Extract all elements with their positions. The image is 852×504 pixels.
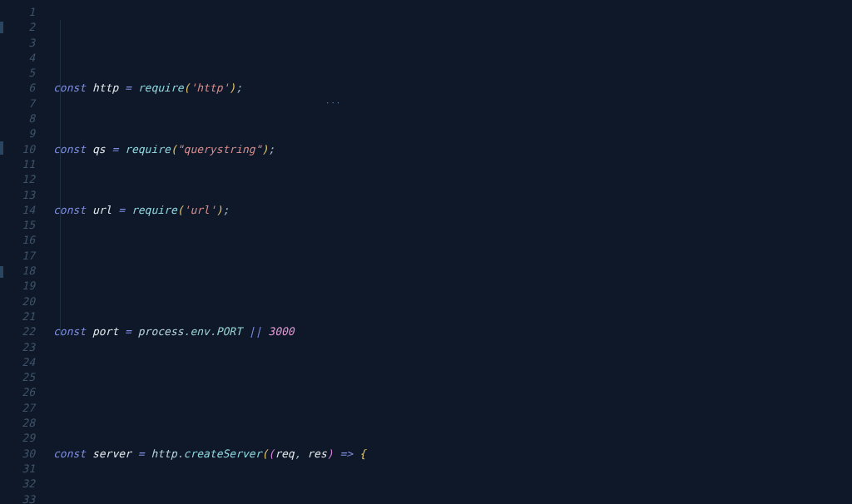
line-number: 16 xyxy=(0,233,35,248)
line-number: 4 xyxy=(0,51,35,66)
line-number: 30 xyxy=(0,447,35,462)
line-number: 10 xyxy=(0,142,35,157)
line-number: 20 xyxy=(0,294,35,309)
line-number: 17 xyxy=(0,249,35,264)
keyword-const: const xyxy=(53,82,86,94)
code-editor[interactable]: 1234567891011121314151617181920212223242… xyxy=(0,0,852,504)
minimap-strip xyxy=(0,0,5,504)
line-number: 22 xyxy=(0,324,35,339)
line-number: 19 xyxy=(0,279,35,294)
line-number: 14 xyxy=(0,203,35,218)
line-number: 5 xyxy=(0,66,35,81)
lint-hint-icon: ··· xyxy=(325,99,341,107)
line-number: 1 xyxy=(0,5,35,20)
line-number: 31 xyxy=(0,462,35,477)
line-number: 29 xyxy=(0,431,35,446)
line-number: 8 xyxy=(0,111,35,126)
line-number: 26 xyxy=(0,385,35,400)
line-number: 7 xyxy=(0,96,35,111)
line-number: 32 xyxy=(0,477,35,492)
line-number: 3 xyxy=(0,36,35,51)
line-number: 33 xyxy=(0,492,35,505)
line-number: 23 xyxy=(0,340,35,355)
line-number: 28 xyxy=(0,416,35,431)
line-number-gutter: 1234567891011121314151617181920212223242… xyxy=(0,0,53,504)
line-number: 2 xyxy=(0,20,35,35)
line-number: 18 xyxy=(0,264,35,279)
line-number: 11 xyxy=(0,157,35,172)
line-number: 9 xyxy=(0,126,35,141)
line-number: 6 xyxy=(0,81,35,96)
code-area[interactable]: const http = require('http');··· const q… xyxy=(53,0,852,504)
line-number: 12 xyxy=(0,172,35,187)
line-number: 15 xyxy=(0,218,35,233)
line-number: 24 xyxy=(0,355,35,370)
line-number: 27 xyxy=(0,401,35,416)
line-number: 21 xyxy=(0,309,35,324)
line-number: 25 xyxy=(0,370,35,385)
line-number: 13 xyxy=(0,188,35,203)
